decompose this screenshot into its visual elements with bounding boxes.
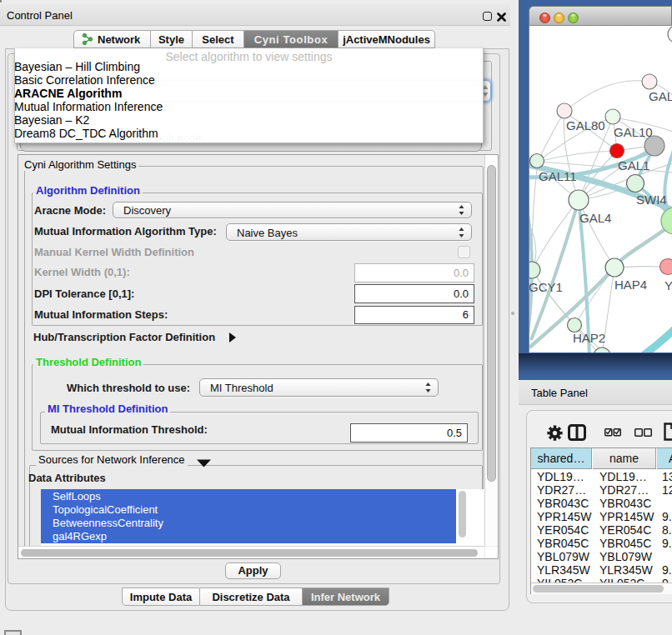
svg-text:HAP4: HAP4: [614, 278, 647, 292]
svg-text:GAL1: GAL1: [618, 158, 649, 172]
svg-text:GAL10: GAL10: [614, 125, 653, 139]
svg-text:GAL7: GAL7: [649, 89, 672, 103]
svg-text:GAL4: GAL4: [579, 211, 611, 225]
svg-text:HAP2: HAP2: [573, 331, 605, 345]
svg-text:YB: YB: [664, 278, 672, 292]
svg-text:GAL80: GAL80: [566, 118, 605, 132]
svg-text:GAL11: GAL11: [539, 169, 577, 183]
svg-text:SWI4: SWI4: [636, 192, 667, 207]
svg-text:GCY1: GCY1: [529, 280, 563, 294]
